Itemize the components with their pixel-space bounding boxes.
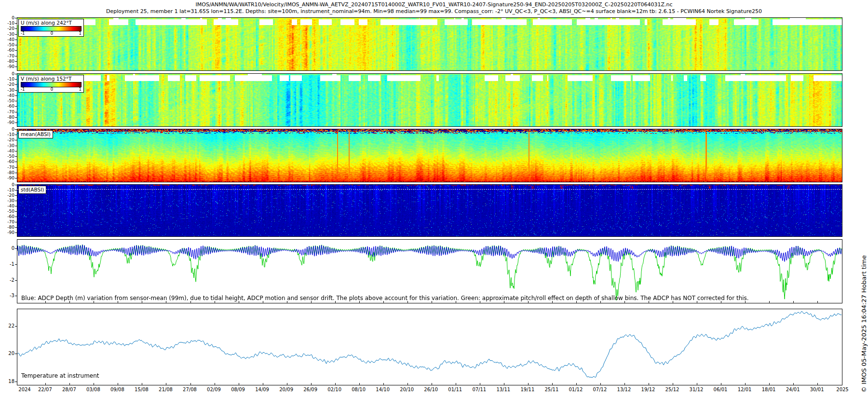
y-tick-mark: [15, 326, 17, 327]
colorbar-tick-label: 1: [79, 87, 81, 92]
y-tick-mark: [15, 173, 17, 173]
y-tick-label: -1: [0, 261, 14, 267]
y-tick-mark: [15, 190, 17, 191]
y-tick-mark: [15, 79, 17, 80]
y-tick-mark: [15, 112, 17, 112]
x-tick-label: 26/09: [298, 387, 323, 392]
x-tick-label: 09/08: [105, 387, 129, 392]
y-tick-mark: [15, 140, 17, 140]
y-tick-label: -20: [0, 26, 14, 31]
x-tick-label: 22/07: [33, 387, 57, 392]
y-tick-label: -90: [0, 230, 14, 235]
temperature-label: Temperature at instrument: [21, 372, 99, 379]
y-tick-label: -30: [0, 198, 14, 203]
y-tick-label: -70: [0, 165, 14, 170]
y-tick-label: -2: [0, 277, 14, 283]
std-absi-legend: std(ABSI): [18, 186, 46, 194]
y-tick-mark: [15, 40, 17, 40]
y-tick-label: 0: [0, 71, 14, 76]
std-absi-legend-title: std(ABSI): [21, 187, 44, 193]
std-absi-heatmap: [17, 185, 842, 236]
y-tick-label: -20: [0, 193, 14, 198]
y-tick-label: -90: [0, 176, 14, 180]
x-tick-label: 07/11: [467, 387, 491, 392]
y-tick-mark: [15, 156, 17, 157]
y-tick-label: -3: [0, 293, 14, 298]
y-tick-mark: [15, 50, 17, 51]
y-tick-mark: [15, 178, 17, 178]
y-tick-mark: [15, 151, 17, 151]
x-tick-label: 08/10: [347, 387, 371, 392]
y-tick-mark: [15, 296, 17, 296]
x-tick-label: 19/11: [515, 387, 540, 392]
y-tick-label: -10: [0, 77, 14, 82]
y-tick-mark: [15, 45, 17, 45]
y-tick-label: -30: [0, 88, 14, 93]
x-tick-label: 06/01: [708, 387, 732, 392]
y-tick-mark: [15, 211, 17, 212]
y-tick-mark: [15, 61, 17, 62]
adcp-depth-line-chart: [17, 240, 842, 303]
y-tick-mark: [15, 101, 17, 101]
y-tick-label: -40: [0, 37, 14, 42]
y-tick-label: -30: [0, 32, 14, 37]
y-tick-label: 0: [0, 246, 14, 251]
y-tick-mark: [15, 201, 17, 201]
x-tick-label: 24/01: [781, 387, 805, 392]
colorbar-tick-label: -1: [21, 31, 25, 36]
y-tick-label: 0: [0, 15, 14, 20]
panel-std-absi: std(ABSI): [17, 184, 842, 237]
y-tick-label: -20: [0, 137, 14, 142]
y-tick-label: -30: [0, 143, 14, 148]
y-tick-label: 22: [0, 323, 14, 328]
x-tick-label: 13/11: [491, 387, 515, 392]
y-tick-mark: [15, 227, 17, 228]
x-tick-label: 07/12: [588, 387, 612, 392]
y-tick-label: -50: [0, 154, 14, 159]
x-tick-label: 01/11: [443, 387, 467, 392]
u-velocity-legend-title: U (m/s) along 242°T: [21, 20, 81, 26]
y-tick-mark: [15, 23, 17, 24]
y-tick-label: -70: [0, 219, 14, 224]
y-tick-mark: [15, 28, 17, 29]
y-tick-mark: [15, 162, 17, 162]
y-tick-label: -40: [0, 93, 14, 98]
v-velocity-heatmap: [17, 74, 842, 126]
y-tick-mark: [15, 248, 17, 249]
y-tick-mark: [15, 123, 17, 123]
y-tick-mark: [15, 74, 17, 74]
mean-absi-legend: mean(ABSI): [18, 130, 53, 138]
x-tick-label: 02/09: [202, 387, 226, 392]
panel-mean-absi: mean(ABSI): [17, 129, 842, 182]
panel-adcp-depth-variation: Blue: ADCP Depth (m) variation from sens…: [17, 239, 842, 303]
x-tick-label: 25/12: [660, 387, 684, 392]
y-tick-label: -50: [0, 209, 14, 214]
u-velocity-colorbar-ticks: -101: [21, 31, 81, 36]
y-tick-label: -50: [0, 98, 14, 103]
y-tick-label: -80: [0, 59, 14, 64]
y-tick-mark: [15, 18, 17, 18]
x-tick-label: 02/10: [323, 387, 347, 392]
y-tick-mark: [15, 264, 17, 265]
figure-title-line1: IMOS/ANMN/WA/WATR10/Velocity/IMOS_ANMN-W…: [0, 1, 868, 8]
y-tick-label: 0: [0, 127, 14, 132]
u-velocity-legend: U (m/s) along 242°T -101: [18, 19, 84, 37]
y-tick-label: -10: [0, 132, 14, 137]
x-tick-label: 18/01: [757, 387, 781, 392]
figure-root: IMOS/ANMN/WA/WATR10/Velocity/IMOS_ANMN-W…: [0, 0, 868, 410]
y-tick-mark: [15, 185, 17, 185]
x-tick-label: 27/08: [178, 387, 202, 392]
v-velocity-legend-title: V (m/s) along 152°T: [21, 76, 81, 82]
y-tick-label: -10: [0, 21, 14, 26]
x-tick-label: 21/08: [153, 387, 177, 392]
x-tick-label: 20/09: [274, 387, 298, 392]
y-tick-mark: [15, 280, 17, 281]
y-tick-mark: [15, 232, 17, 233]
y-tick-mark: [15, 34, 17, 35]
y-tick-label: -50: [0, 42, 14, 47]
colorbar-tick-label: -1: [21, 87, 25, 92]
panel-u-velocity: U (m/s) along 242°T -101: [17, 17, 842, 71]
x-tick-label: 01/12: [564, 387, 588, 392]
y-tick-label: -80: [0, 115, 14, 120]
y-tick-mark: [15, 56, 17, 56]
